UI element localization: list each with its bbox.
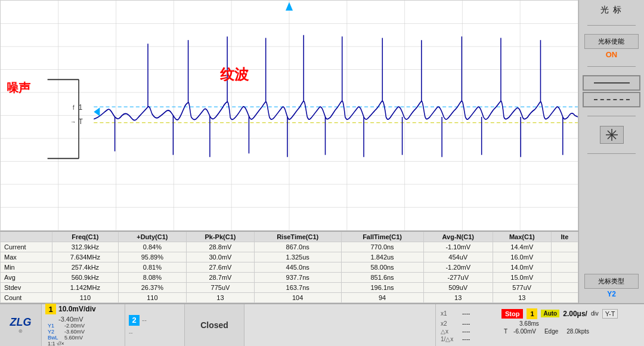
x2-label: x2 [441, 320, 459, 327]
row-value: 196.1ns [341, 283, 423, 293]
divider-4 [587, 153, 636, 154]
col-header-duty: +Duty(C1) [118, 232, 186, 242]
row-value [551, 273, 578, 283]
ch2-info: 2 -- -- [125, 304, 185, 346]
col-header-label [1, 232, 52, 242]
row-value: 16.0mV [493, 252, 551, 262]
row-label: Count [1, 293, 52, 303]
ch2-dashes-2: -- [129, 329, 181, 336]
row-value: 775uV [187, 283, 255, 293]
ch1-badge: 1 [45, 304, 56, 314]
row-value: 0.84% [118, 242, 186, 252]
table-row: Avg560.9kHz8.08%28.7mV937.7ns851.6ns-277… [1, 273, 578, 283]
cursor-enable-button[interactable]: 光标使能 [584, 34, 639, 49]
row-value: 110 [52, 293, 119, 303]
invdx-label: 1/△x [441, 336, 459, 342]
ripple-annotation: 纹波 [220, 65, 249, 84]
y1-value: -2.00mV [64, 323, 85, 329]
bottom-right-controls: x1 ---- Stop 1 Auto 2.00μs/ div Y-T x2 -… [435, 304, 644, 346]
stop-badge[interactable]: Stop [501, 309, 523, 319]
auto-badge: Auto [541, 310, 559, 317]
divider-1 [587, 25, 636, 26]
row-value: 454uV [423, 252, 493, 262]
t-label: T [504, 328, 507, 335]
row-value: -277uV [423, 273, 493, 283]
svg-text:f: f [73, 104, 75, 111]
edge-label: Edge [544, 328, 558, 335]
row-value: 8.08% [118, 273, 186, 283]
invdx-value: ---- [462, 336, 498, 342]
row-value: 104 [254, 293, 341, 303]
svg-text:T: T [79, 117, 83, 126]
bwl-value: 5.60mV [64, 335, 83, 341]
cursor-solid-button[interactable] [583, 75, 640, 91]
main-area: 1 f T → 噪声 纹波 [0, 0, 644, 303]
bwl-label: BwL [48, 335, 62, 341]
y1-label: Y1 [48, 323, 62, 329]
cursor-enable-section: 光标使能 ON [581, 33, 642, 59]
time-offset: 3.68ms [519, 320, 539, 327]
row-value: 163.7ns [254, 283, 341, 293]
y2-value-ch1: -3.60mV [64, 329, 85, 335]
row-value: 560.9kHz [52, 273, 119, 283]
ch1-offset: -3.40mV [58, 316, 121, 323]
logo-reg: ® [19, 329, 23, 334]
table-row: Min257.4kHz0.81%27.6mV445.0ns58.00ns-1.2… [1, 262, 578, 273]
row-label: Max [1, 252, 52, 262]
cursor-type-value: Y2 [581, 290, 642, 298]
closed-label: Closed [200, 320, 228, 330]
col-header-freq: Freq(C1) [52, 232, 119, 242]
row-value: 14.4mV [493, 242, 551, 252]
sidebar-cursor-section: 光 标 [581, 5, 642, 18]
row-value [551, 293, 578, 303]
row-value: 770.0ns [341, 242, 423, 252]
row-value: 15.0mV [493, 273, 551, 283]
row-value: 867.0ns [254, 242, 341, 252]
col-header-pkpk: Pk-Pk(C1) [187, 232, 255, 242]
cursor-lines-section [581, 74, 642, 109]
row-value: 7.634MHz [52, 252, 119, 262]
row-value: 1.142MHz [52, 283, 119, 293]
ch1-div: 10.0mV/div [58, 305, 96, 313]
ch1-info: 1 10.0mV/div -3.40mV Y1 -2.00mV Y2 -3.60… [42, 304, 125, 346]
cursor-type-button[interactable]: 光标类型 [584, 274, 639, 289]
svg-text:→: → [70, 118, 76, 125]
row-value [551, 283, 578, 293]
right-sidebar: 光 标 光标使能 ON [578, 0, 644, 303]
col-header-fall: FallTime(C1) [341, 232, 423, 242]
divider-2 [587, 66, 636, 67]
col-header-avg: Avg-N(C1) [423, 232, 493, 242]
row-value: 445.0ns [254, 262, 341, 273]
row-value: 26.37% [118, 283, 186, 293]
row-value: 110 [118, 293, 186, 303]
row-value: 28.7mV [187, 273, 255, 283]
table-row: Stdev1.142MHz26.37%775uV163.7ns196.1ns50… [1, 283, 578, 293]
col-header-max: Max(C1) [493, 232, 551, 242]
row-value: 28.8mV [187, 242, 255, 252]
bottom-bar: ZLG ® 1 10.0mV/div -3.40mV Y1 -2.00mV Y2… [0, 303, 644, 346]
row-label: Current [1, 242, 52, 252]
row-value: 257.4kHz [52, 262, 119, 273]
row-value: 851.6ns [341, 273, 423, 283]
cursor-dashed-button[interactable] [583, 92, 640, 107]
row-value: 937.7ns [254, 273, 341, 283]
row-value: 509uV [423, 283, 493, 293]
row-value: 1.325us [254, 252, 341, 262]
div-label: div [591, 310, 599, 317]
noise-label: 噪声 [7, 80, 30, 96]
time-div: 2.00μs/ [563, 310, 587, 318]
y2-label-ch1: Y2 [48, 329, 62, 335]
row-value: 13 [423, 293, 493, 303]
row-value: 27.6mV [187, 262, 255, 273]
row-value: 13 [493, 293, 551, 303]
row-value: 312.9kHz [52, 242, 119, 252]
svg-text:1: 1 [79, 103, 82, 112]
yt-label: Y-T [602, 309, 618, 319]
crosshair-button[interactable] [600, 126, 624, 144]
sample-rate: 28.0kpts [566, 328, 589, 335]
measurements-table: Freq(C1) +Duty(C1) Pk-Pk(C1) RiseTime(C1… [0, 231, 578, 303]
row-value: -1.20mV [423, 262, 493, 273]
x2-value: ---- [462, 320, 498, 327]
row-value: 13 [187, 293, 255, 303]
logo-text: ZLG [10, 316, 32, 329]
